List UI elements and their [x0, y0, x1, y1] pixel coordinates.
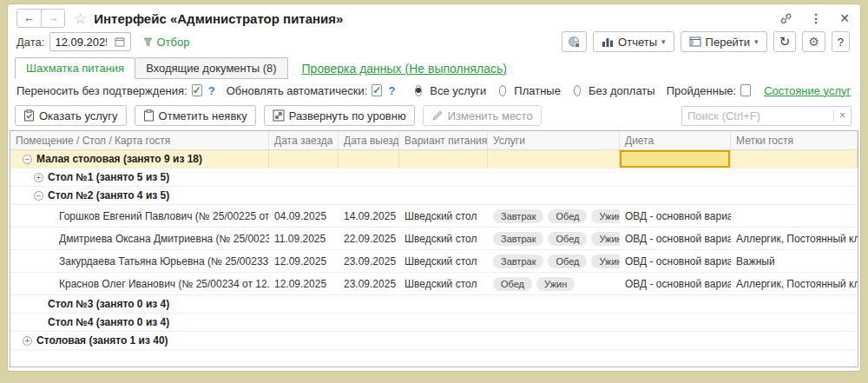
table-cell: [399, 187, 488, 204]
service-badge: Завтрак: [493, 209, 543, 223]
table-cell: [269, 295, 339, 313]
guest-name: Закурдаева Татьяна Юрьевна (№ 25/00233 о…: [59, 255, 269, 267]
expand-by-level-button[interactable]: Развернуть по уровню: [264, 105, 415, 126]
table-row[interactable]: +Стол №1 (занято 5 из 5): [10, 168, 858, 187]
table-cell: [731, 295, 858, 313]
auto-update-label: Обновлять автоматически:: [227, 84, 368, 97]
table-cell: [399, 168, 488, 186]
auto-update-checkbox[interactable]: ✓: [372, 84, 382, 96]
collapse-icon[interactable]: −: [23, 155, 32, 164]
table-cell: Шведский стол: [399, 228, 488, 249]
table-cell: [488, 187, 620, 204]
more-menu-icon[interactable]: ⋮: [810, 11, 822, 25]
refresh-button[interactable]: ↻: [773, 31, 797, 52]
back-button[interactable]: ←: [17, 10, 41, 27]
table-cell: 22.09.2025: [339, 228, 399, 249]
copy-link-icon[interactable]: [779, 12, 792, 25]
column-header[interactable]: Дата выезда: [339, 131, 399, 149]
date-input[interactable]: [50, 36, 111, 49]
table-row[interactable]: Горшков Евгений Павлович (№ 25/00225 от …: [10, 205, 858, 228]
table-cell: ЗавтракОбедУжин: [488, 250, 620, 272]
expand-node-icon[interactable]: +: [34, 173, 43, 182]
column-header[interactable]: Вариант питания: [399, 131, 488, 149]
service-badge: Обед: [493, 277, 532, 291]
funnel-icon: [143, 37, 153, 47]
table-row[interactable]: Стол №4 (занято 0 из 4): [10, 314, 858, 332]
filter-link[interactable]: Отбор: [143, 36, 189, 49]
table-cell: [731, 314, 858, 331]
transfer-checkbox[interactable]: ✓: [192, 84, 202, 96]
date-field: [49, 32, 131, 51]
table-cell: Шведский стол: [399, 250, 488, 272]
table-cell: [339, 295, 399, 313]
radio-paid-label[interactable]: Платные: [514, 84, 561, 97]
column-header[interactable]: Услуги: [488, 131, 620, 149]
services-state-link[interactable]: Состояние услуг: [764, 84, 851, 97]
search-field: ×: [681, 106, 852, 126]
grid-empty-area: [10, 350, 858, 366]
data-check-link[interactable]: Проверка данных (Не выполнялась): [302, 62, 507, 76]
window-icon: [689, 36, 701, 47]
provide-service-button[interactable]: Оказать услугу: [15, 105, 127, 126]
tab-food-grid[interactable]: Шахматка питания: [15, 57, 135, 79]
radio-all-services[interactable]: [415, 85, 422, 96]
table-cell: [488, 150, 620, 168]
reports-button[interactable]: Отчеты▾: [593, 31, 674, 52]
table-cell: Важный: [731, 250, 858, 272]
table-row[interactable]: −Стол №2 (занято 4 из 5): [10, 187, 858, 205]
date-label: Дата:: [16, 36, 44, 49]
service-badge: Ужин: [591, 254, 620, 268]
table-cell: [269, 332, 339, 349]
table-cell: [269, 314, 339, 331]
expand-node-icon[interactable]: +: [23, 336, 32, 346]
table-cell: ОбедУжин: [488, 273, 620, 294]
table-cell: 04.09.2025: [269, 205, 339, 227]
mark-no-show-button[interactable]: Отметить неявку: [135, 105, 256, 126]
service-badge: Ужин: [536, 277, 575, 291]
radio-no-surcharge[interactable]: [574, 85, 581, 96]
search-input[interactable]: [682, 109, 833, 122]
table-cell: [731, 205, 858, 227]
group-name: Стол №3 (занято 0 из 4): [48, 298, 169, 310]
passed-checkbox[interactable]: ✓: [740, 84, 751, 96]
table-cell: −Стол №2 (занято 4 из 5): [10, 187, 269, 204]
calendar-icon[interactable]: [111, 33, 128, 50]
grid-body: −Малая столовая (занято 9 из 18)+Стол №1…: [10, 150, 858, 350]
column-header[interactable]: Помещение / Стол / Карта гостя: [10, 131, 269, 149]
favorite-star-icon[interactable]: ☆: [74, 10, 87, 28]
transfer-help-icon[interactable]: ?: [208, 84, 215, 97]
settings-button[interactable]: ⚙: [802, 31, 825, 52]
collapse-icon[interactable]: −: [34, 191, 43, 201]
radio-no-surcharge-label[interactable]: Без доплаты: [589, 84, 655, 97]
table-cell: ЗавтракОбедУжин: [488, 205, 620, 227]
dashboard-button[interactable]: [562, 31, 587, 52]
close-icon[interactable]: ✕: [839, 11, 850, 25]
search-clear-icon[interactable]: ×: [833, 109, 851, 122]
group-name: Малая столовая (занято 9 из 18): [36, 153, 202, 165]
table-cell: [339, 314, 399, 331]
guest-name: Краснов Олег Иванович (№ 25/00234 от 12.…: [59, 278, 269, 290]
radio-paid[interactable]: [499, 85, 506, 96]
table-cell: 11.09.2025: [269, 228, 339, 249]
table-row[interactable]: Стол №3 (занято 0 из 4): [10, 295, 858, 314]
table-cell: Аллергик, Постоянный клиент: [731, 228, 858, 249]
column-header[interactable]: Метки гостя: [731, 131, 858, 149]
table-row[interactable]: −Малая столовая (занято 9 из 18): [10, 150, 858, 168]
pencil-icon: [431, 109, 444, 122]
table-row[interactable]: Дмитриева Оксана Дмитриевна (№ 25/00232 …: [10, 228, 858, 250]
page-title: Интерфейс «Администратор питания»: [94, 11, 343, 26]
radio-all-services-label[interactable]: Все услуги: [430, 84, 486, 97]
change-place-button[interactable]: Изменить место: [423, 105, 542, 126]
table-cell: [620, 295, 731, 313]
table-row[interactable]: Закурдаева Татьяна Юрьевна (№ 25/00233 о…: [10, 250, 858, 273]
column-header[interactable]: Дата заезда: [269, 131, 339, 149]
forward-button[interactable]: →: [41, 10, 64, 27]
help-button[interactable]: ?: [832, 31, 850, 52]
table-row[interactable]: +Столовая (занято 1 из 40): [10, 332, 858, 350]
auto-update-help-icon[interactable]: ?: [388, 84, 395, 97]
tab-incoming-documents[interactable]: Входящие документы (8): [135, 57, 287, 79]
table-cell: [488, 168, 620, 186]
goto-button[interactable]: Перейти▾: [681, 31, 767, 52]
table-row[interactable]: Краснов Олег Иванович (№ 25/00234 от 12.…: [10, 273, 858, 295]
column-header[interactable]: Диета: [620, 131, 731, 149]
